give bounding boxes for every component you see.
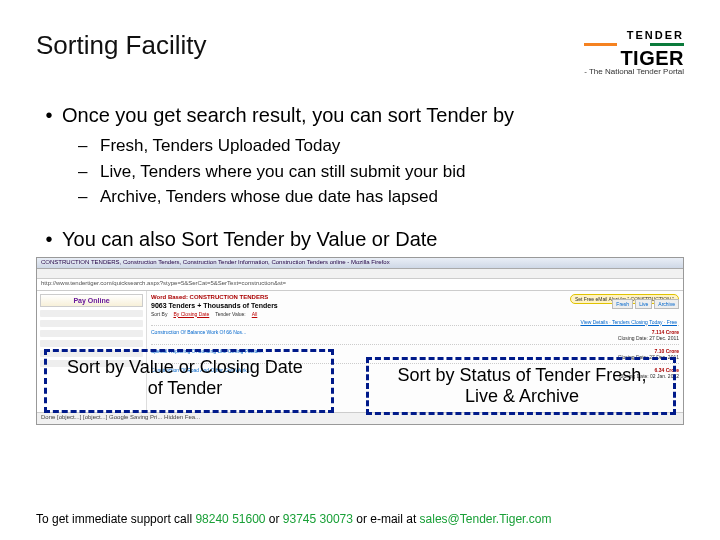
support-email: sales@Tender.Tiger.com — [420, 512, 552, 526]
sidebar-item[interactable] — [40, 350, 143, 357]
sub-bullet-text: Fresh, Tenders Uploaded Today — [100, 133, 340, 159]
tender-row[interactable]: Construction Of Balance Work Of 66 Nos..… — [151, 325, 679, 344]
bullet-2-text: You can also Sort Tender by Value or Dat… — [62, 228, 437, 251]
logo-sub: - The National Tender Portal — [584, 68, 684, 76]
page-title: Sorting Facility — [36, 30, 207, 61]
footer-prefix: To get immediate support call — [36, 512, 195, 526]
window-titlebar: CONSTRUCTION TENDERS, Construction Tende… — [37, 258, 683, 269]
closing-today-link[interactable]: View Details · Tenders Closing Today · F… — [581, 319, 677, 325]
footer-mid: or — [266, 512, 283, 526]
tender-due: 27 Dec. 2011 — [649, 354, 679, 360]
tender-row[interactable]: Construction Of Road And Other Civil Wor… — [151, 363, 679, 382]
tab-live[interactable]: Live — [635, 299, 652, 309]
sub-bullet: – Fresh, Tenders Uploaded Today — [78, 133, 684, 159]
bullet-dot-icon: • — [36, 104, 62, 127]
sidebar-item[interactable] — [40, 320, 143, 327]
sort-filters: Sort By By Closing Date Tender Value: Al… — [151, 311, 679, 317]
due-label: Closing Date: — [619, 373, 649, 379]
tender-due: 02 Jan. 2012 — [650, 373, 679, 379]
sort-by-value[interactable]: By Closing Date — [173, 311, 209, 317]
browser-toolbar — [37, 269, 683, 279]
due-label: Closing Date: — [618, 354, 648, 360]
bullet-1-text: Once you get search result, you can sort… — [62, 104, 514, 127]
support-phone-2: 93745 30073 — [283, 512, 353, 526]
due-label: Closing Date: — [618, 335, 648, 341]
sub-bullet-text: Archive, Tenders whose due date has laps… — [100, 184, 438, 210]
footer-mid2: or e-mail at — [353, 512, 420, 526]
support-footer: To get immediate support call 98240 5160… — [36, 512, 551, 526]
tender-value-label: Tender Value: — [215, 311, 245, 317]
bullet-2: • You can also Sort Tender by Value or D… — [36, 228, 684, 251]
browser-screenshot: CONSTRUCTION TENDERS, Construction Tende… — [36, 257, 684, 425]
tab-archive[interactable]: Archive — [654, 299, 679, 309]
logo-mid: TIGER — [584, 48, 684, 68]
address-bar[interactable]: http://www.tendertiger.com/quicksearch.a… — [37, 279, 683, 291]
logo: TENDER TIGER - The National Tender Porta… — [584, 30, 684, 76]
bullet-dot-icon: • — [36, 228, 62, 251]
sub-bullet: – Archive, Tenders whose due date has la… — [78, 184, 684, 210]
tender-title: Construction Of Road And Other Civil Wor… — [151, 367, 251, 373]
sub-bullet: – Live, Tenders where you can still subm… — [78, 159, 684, 185]
dash-icon: – — [78, 159, 100, 185]
status-tabs: Fresh Live Archive — [612, 299, 679, 309]
tender-due: 27 Dec. 2011 — [649, 335, 679, 341]
logo-stripe-icon — [584, 43, 684, 46]
statusbar: Done [object...] [object...] Google Savi… — [37, 412, 683, 424]
sidebar-item[interactable] — [40, 310, 143, 317]
support-phone-1: 98240 51600 — [195, 512, 265, 526]
pay-online-button[interactable]: Pay Online — [40, 294, 143, 307]
sub-bullet-text: Live, Tenders where you can still submit… — [100, 159, 465, 185]
tender-title: Construction Of Balance Work Of 66 Nos..… — [151, 329, 246, 335]
left-sidebar: Pay Online — [37, 291, 147, 412]
dash-icon: – — [78, 184, 100, 210]
tender-value-value[interactable]: All — [252, 311, 258, 317]
dash-icon: – — [78, 133, 100, 159]
tender-title: Special Repairing Of Building Like Ceili… — [151, 348, 264, 354]
sidebar-item[interactable] — [40, 330, 143, 337]
logo-top: TENDER — [584, 30, 684, 41]
sidebar-item[interactable] — [40, 340, 143, 347]
sidebar-item[interactable] — [40, 360, 143, 367]
tender-row[interactable]: Special Repairing Of Building Like Ceili… — [151, 344, 679, 363]
tab-fresh[interactable]: Fresh — [612, 299, 633, 309]
results-area: Set Free eMail Alert for " CONSTRUCTION … — [147, 291, 683, 412]
bullet-1: • Once you get search result, you can so… — [36, 104, 684, 127]
sort-by-label: Sort By — [151, 311, 167, 317]
